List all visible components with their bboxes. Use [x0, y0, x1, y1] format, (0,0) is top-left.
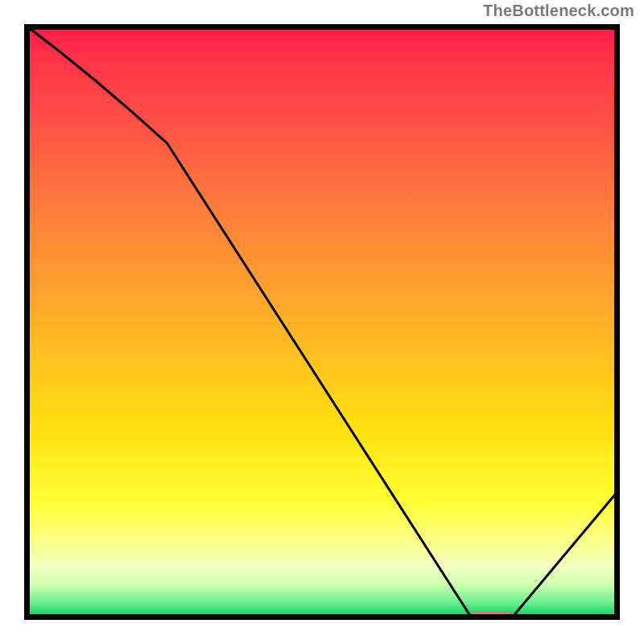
attribution-text: TheBottleneck.com	[483, 2, 634, 20]
bottleneck-curve	[24, 24, 620, 617]
chart-svg	[24, 24, 620, 620]
chart-area	[24, 24, 620, 620]
plot-frame	[24, 24, 620, 620]
